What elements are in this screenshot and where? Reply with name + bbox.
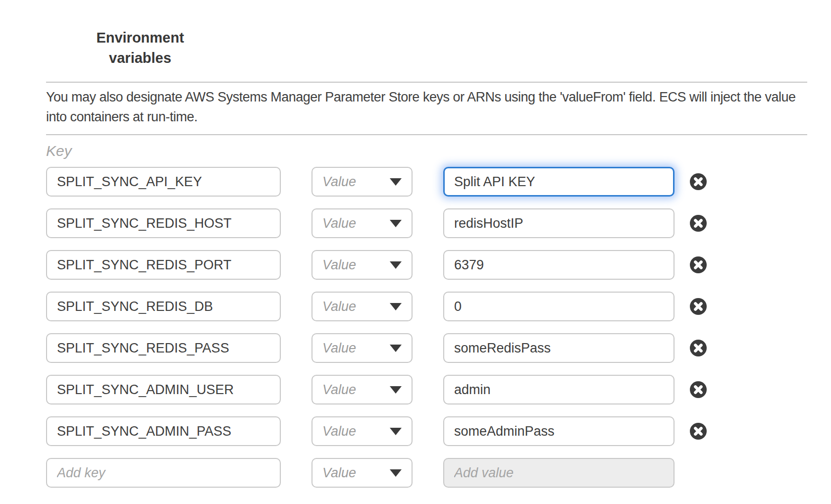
env-key-input[interactable] <box>46 416 281 446</box>
key-column-header: Key <box>46 143 72 159</box>
env-value-input[interactable] <box>443 167 675 197</box>
env-var-row: Value <box>0 250 831 280</box>
value-type-dropdown[interactable]: Value <box>312 292 413 321</box>
add-env-var-row: Value <box>0 458 831 488</box>
add-value-input <box>443 458 675 488</box>
value-type-label: Value <box>322 174 356 190</box>
chevron-down-icon <box>390 261 402 269</box>
env-var-row: Value <box>0 333 831 363</box>
chevron-down-icon <box>390 428 402 435</box>
remove-row-button[interactable] <box>689 422 707 440</box>
value-type-label: Value <box>322 299 356 314</box>
chevron-down-icon <box>390 386 402 394</box>
divider <box>46 82 807 83</box>
divider <box>46 134 807 135</box>
remove-icon <box>689 381 707 399</box>
remove-icon <box>689 256 707 274</box>
description-text: You may also designate AWS Systems Manag… <box>46 87 807 127</box>
remove-row-button[interactable] <box>689 339 707 357</box>
environment-variables-label: Environment variables <box>91 28 190 68</box>
value-type-dropdown[interactable]: Value <box>312 250 413 280</box>
remove-row-button[interactable] <box>689 173 707 191</box>
env-value-input[interactable] <box>443 250 675 280</box>
value-type-label: Value <box>322 382 356 398</box>
env-key-input[interactable] <box>46 208 281 238</box>
environment-variables-form: Environment variables You may also desig… <box>0 0 831 504</box>
env-key-input[interactable] <box>46 167 281 197</box>
env-value-input[interactable] <box>443 416 675 446</box>
value-type-dropdown[interactable]: Value <box>312 375 413 404</box>
remove-row-button[interactable] <box>689 381 707 399</box>
remove-icon <box>689 214 707 232</box>
chevron-down-icon <box>390 178 402 186</box>
env-value-input[interactable] <box>443 333 675 363</box>
env-var-row: Value <box>0 292 831 321</box>
remove-icon <box>689 339 707 357</box>
remove-icon <box>689 298 707 315</box>
value-type-label: Value <box>322 257 356 273</box>
env-key-input[interactable] <box>46 375 281 404</box>
remove-row-button[interactable] <box>689 256 707 274</box>
remove-icon <box>689 173 707 191</box>
value-type-dropdown[interactable]: Value <box>312 416 413 446</box>
chevron-down-icon <box>390 469 402 477</box>
remove-row-button[interactable] <box>689 214 707 232</box>
env-value-input[interactable] <box>443 375 675 404</box>
env-value-input[interactable] <box>443 208 675 238</box>
env-key-input[interactable] <box>46 333 281 363</box>
add-key-input[interactable] <box>46 458 281 488</box>
value-type-dropdown[interactable]: Value <box>312 333 413 363</box>
env-key-input[interactable] <box>46 250 281 280</box>
value-type-dropdown[interactable]: Value <box>312 208 413 238</box>
value-type-label: Value <box>322 341 356 356</box>
value-type-label: Value <box>322 424 356 439</box>
value-type-dropdown[interactable]: Value <box>312 458 413 488</box>
value-type-label: Value <box>322 465 356 481</box>
chevron-down-icon <box>390 220 402 227</box>
env-key-input[interactable] <box>46 292 281 321</box>
env-var-row: Value <box>0 375 831 404</box>
chevron-down-icon <box>390 345 402 352</box>
env-var-row: Value <box>0 208 831 238</box>
env-value-input[interactable] <box>443 292 675 321</box>
env-var-row: Value <box>0 167 831 197</box>
remove-icon <box>689 422 707 440</box>
value-type-label: Value <box>322 216 356 231</box>
value-type-dropdown[interactable]: Value <box>312 167 413 197</box>
chevron-down-icon <box>390 303 402 310</box>
env-var-row: Value <box>0 416 831 446</box>
remove-row-button[interactable] <box>689 298 707 315</box>
